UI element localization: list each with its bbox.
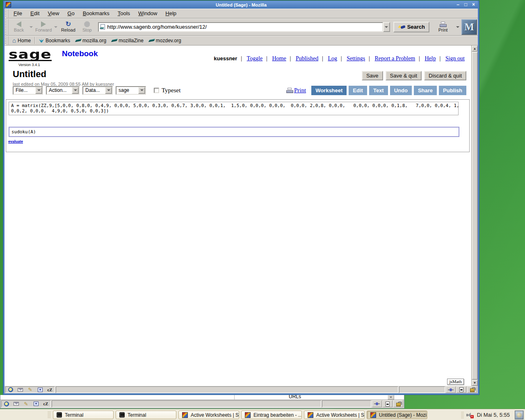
system-select[interactable]: sage [116,86,146,95]
tray-grippy[interactable] [461,412,464,418]
minimize-icon[interactable]: – [455,2,461,7]
print-dropdown-icon[interactable] [456,26,459,28]
save-button[interactable]: Save [362,71,383,80]
bookmark-home[interactable]: ⌂ Home [9,37,34,43]
tab-undo[interactable]: Undo [390,86,412,95]
scroll-down-icon[interactable]: ▼ [472,380,478,386]
bookmark-mozillazine[interactable]: mozillaZine [109,38,146,43]
link-settings[interactable]: Settings [337,55,365,62]
action-menu-select[interactable]: Action... [46,86,80,95]
toolbar-grippy[interactable] [5,9,9,18]
urls-label: URLs [289,395,301,399]
jsmath-button[interactable]: jsMath [447,379,464,385]
security-button[interactable] [467,386,477,393]
print-button[interactable]: Print [434,19,452,35]
progress-meter [322,400,371,407]
page-proxy-icon[interactable] [100,24,105,30]
stop-button[interactable]: Stop [78,19,96,35]
menu-file[interactable]: File [9,9,26,18]
tab-publish[interactable]: Publish [439,86,466,95]
taskbar-item-eintrag-bearbeiten[interactable]: Eintrag bearbeiten - ... [241,411,302,419]
menu-help[interactable]: Help [161,9,180,18]
navigator-icon[interactable] [7,387,14,393]
save-quit-button[interactable]: Save & quit [386,71,422,80]
input-cell-1[interactable]: A = matrix(ZZ,9,[5,0,0, 0,8,0, 0,4,9, 0,… [9,102,459,115]
scrollbar-thumb[interactable] [472,52,478,380]
search-button[interactable]: Search [393,22,429,32]
taskbar-item-untitled-sage[interactable]: Untitled (Sage) - Mozi... [367,411,427,419]
taskbar-item-active-worksheets-1[interactable]: Active Worksheets | S... [178,411,239,419]
link-help[interactable]: Help [415,55,436,62]
reload-button[interactable]: ↻ Reload [59,19,78,35]
url-text[interactable]: http://www.sagenb.org/home/kuessner/12/ [107,24,207,30]
link-sign-out[interactable]: Sign out [436,55,465,62]
tab-text[interactable]: Text [369,86,388,95]
link-log[interactable]: Log [318,55,337,62]
toolbar-grippy[interactable] [5,36,9,45]
link-report-problem[interactable]: Report a Problem [365,55,415,62]
menu-window[interactable]: Window [134,9,161,18]
online-status-button[interactable] [372,400,382,407]
title-bar[interactable]: Untitled (Sage) - Mozilla – □ × [5,1,478,9]
chatzilla-icon[interactable]: cZ [42,401,49,406]
menu-go[interactable]: Go [63,9,78,18]
back-dropdown-icon[interactable] [30,26,33,28]
mail-icon[interactable] [13,401,20,406]
mail-icon[interactable] [17,387,24,393]
typeset-checkbox[interactable] [154,88,159,93]
taskbar-item-terminal-2[interactable]: Terminal [116,411,176,419]
chatzilla-icon[interactable]: cZ [46,387,53,393]
input-cell-2-focused[interactable]: sudoku(A) [9,127,459,137]
close-icon[interactable]: × [470,2,477,7]
menu-edit[interactable]: Edit [26,9,43,18]
sage-logo[interactable]: sageNotebook Version 3.4.1 [9,49,98,67]
discard-quit-button[interactable]: Discard & quit [424,71,466,80]
navigator-icon[interactable] [3,401,10,406]
background-browser-window[interactable]: URLs ✎ cZ [0,395,404,409]
evaluate-link[interactable]: evaluate [8,139,23,144]
tab-edit[interactable]: Edit [349,86,367,95]
menu-bookmarks[interactable]: Bookmarks [79,9,114,18]
bookmark-mozilla-org[interactable]: mozilla.org [73,38,109,43]
online-status-button[interactable] [446,386,456,393]
addressbook-icon[interactable] [32,401,39,406]
link-published[interactable]: Published [286,55,318,62]
mozilla-logo[interactable]: M [461,19,477,35]
bookmark-mozdev[interactable]: mozdev.org [146,38,184,43]
taskbar-item-active-worksheets-2[interactable]: Active Worksheets | S... [304,411,365,419]
back-button[interactable]: Back [9,19,28,35]
forward-dropdown-icon[interactable] [54,26,57,28]
addressbook-icon[interactable] [37,387,43,393]
worksheet-area: A = matrix(ZZ,9,[5,0,0, 0,8,0, 0,4,9, 0,… [6,99,470,152]
chevron-down-icon[interactable] [388,395,394,399]
url-history-dropdown[interactable] [383,22,390,32]
progress-meter [399,386,445,393]
taskbar-clock[interactable]: Di Mai 5, 5:55 [477,412,510,418]
composer-icon[interactable]: ✎ [23,401,30,406]
toolbar-grippy[interactable] [5,19,9,35]
link-home[interactable]: Home [262,55,286,62]
security-button[interactable] [393,400,403,407]
desktop-pager-icon[interactable] [515,411,524,420]
data-menu-select[interactable]: Data... [82,86,113,95]
taskbar-grippy[interactable] [48,411,51,419]
tab-share[interactable]: Share [414,86,437,95]
page-info-button[interactable] [457,386,466,393]
menu-view[interactable]: View [43,9,63,18]
url-bar[interactable]: http://www.sagenb.org/home/kuessner/12/ [98,22,383,32]
taskbar-item-terminal-1[interactable]: Terminal [53,411,114,419]
vertical-scrollbar[interactable]: ▲ ▼ [471,46,478,386]
volume-muted-icon[interactable]: × [466,412,474,418]
maximize-icon[interactable]: □ [463,2,469,7]
file-menu-select[interactable]: File... [13,86,43,95]
tab-worksheet[interactable]: Worksheet [311,86,347,95]
forward-button[interactable]: Forward [34,19,53,35]
bookmarks-menu[interactable]: Bookmarks [36,38,73,43]
worksheet-title[interactable]: Untitled [13,69,46,80]
page-info-button[interactable] [383,400,393,407]
print-worksheet-link[interactable]: Print [286,87,306,94]
scroll-up-icon[interactable]: ▲ [472,46,478,52]
composer-icon[interactable]: ✎ [27,387,34,393]
link-toggle[interactable]: Toggle [237,55,262,62]
menu-tools[interactable]: Tools [114,9,134,18]
